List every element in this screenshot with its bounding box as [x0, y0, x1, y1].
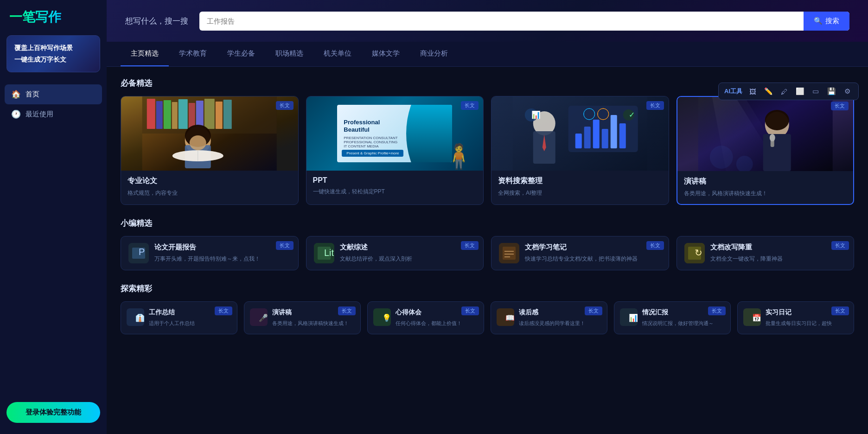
tab-student[interactable]: 学生必备 — [217, 42, 265, 66]
paper-card-title: 专业论文 — [128, 176, 292, 186]
experience-badge: 长文 — [461, 306, 479, 315]
svg-rect-23 — [602, 129, 608, 148]
card-paper[interactable]: 长文 专业论文 格式规范，内容专业 — [121, 96, 299, 205]
tab-media[interactable]: 媒体文学 — [362, 42, 410, 66]
sidebar-item-recent[interactable]: 🕐 最近使用 — [5, 104, 102, 124]
svg-text:📊: 📊 — [629, 313, 638, 322]
svg-point-44 — [769, 134, 775, 141]
svg-rect-6 — [179, 99, 188, 129]
rewrite-title: 文档改写降重 — [710, 243, 783, 252]
content-area: 必备精选 — [107, 67, 868, 434]
card-research[interactable]: 📊 ✓ 长文 资料搜索整理 全网搜索，AI整理 — [491, 96, 669, 205]
login-button[interactable]: 登录体验完整功能 — [6, 402, 100, 423]
internship-diary-badge: 长文 — [831, 306, 849, 315]
explore-section-title: 探索精彩 — [121, 283, 854, 294]
work-summary-content: 工作总结 适用于个人工作总结 — [149, 308, 195, 327]
explore-grid: 👔 工作总结 适用于个人工作总结 长文 🎤 演讲稿 — [121, 301, 854, 334]
nav-home-label: 首页 — [26, 90, 39, 99]
tab-academic[interactable]: 学术教育 — [169, 42, 217, 66]
sidebar-item-home[interactable]: 🏠 首页 — [5, 84, 102, 104]
featured-grid: 长文 专业论文 格式规范，内容专业 ProfessionalBeautiful … — [121, 96, 854, 205]
research-card-desc: 全网搜索，AI整理 — [498, 189, 662, 197]
proposal-title: 论文开题报告 — [154, 243, 260, 252]
explore-card-situation-report[interactable]: 📊 情况汇报 情况说明汇报，做好管理沟通～ 长文 — [614, 301, 731, 334]
research-image: 📊 ✓ — [491, 96, 669, 171]
ai-tool-save[interactable]: 💾 — [826, 86, 837, 97]
speech-card-body: 演讲稿 各类用途，风格演讲稿快速生成！ — [677, 171, 854, 204]
rewrite-content: 文档改写降重 文档全文一键改写，降重神器 — [710, 243, 783, 263]
situation-report-title: 情况汇报 — [642, 308, 714, 317]
ppt-slide-btn: Present & Graphic Profile+more — [342, 150, 403, 157]
search-button[interactable]: 🔍 搜索 — [804, 12, 849, 31]
rewrite-desc: 文档全文一键改写，降重神器 — [710, 255, 783, 263]
internship-diary-icon: 📅 — [743, 308, 761, 326]
situation-report-content: 情况汇报 情况说明汇报，做好管理沟通～ — [642, 308, 714, 327]
literature-icon: Lit — [314, 243, 334, 263]
internship-diary-title: 实习日记 — [766, 308, 832, 317]
ai-tool-box[interactable]: ▭ — [810, 86, 821, 97]
explore-card-work-summary[interactable]: 👔 工作总结 适用于个人工作总结 长文 — [121, 301, 237, 334]
svg-point-45 — [709, 146, 733, 169]
ppt-slide-title: ProfessionalBeautiful — [344, 119, 380, 134]
proposal-badge: 长文 — [276, 241, 294, 250]
svg-rect-9 — [204, 99, 215, 129]
explore-speech-icon: 🎤 — [250, 308, 268, 326]
ai-tool-pencil[interactable]: ✏️ — [763, 86, 774, 97]
app-logo: 一笔写作 — [9, 8, 61, 26]
svg-rect-4 — [164, 100, 171, 129]
card-literature[interactable]: Lit 文献综述 文献总结评价，观点深入剖析 长文 — [306, 236, 484, 270]
speech2-badge: 长文 — [338, 306, 356, 315]
work-summary-title: 工作总结 — [149, 308, 195, 317]
ai-tool-label: AI工具 — [724, 87, 742, 96]
search-header: 想写什么，搜一搜 🔍 搜索 — [107, 0, 868, 42]
study-notes-desc: 快速学习总结专业文档/文献，把书读薄的神器 — [525, 255, 638, 263]
tab-gov[interactable]: 机关单位 — [313, 42, 362, 66]
ai-tool-brush[interactable]: 🖊 — [779, 86, 790, 97]
editor-section-title: 小编精选 — [121, 218, 854, 229]
ai-tool-crop[interactable]: ⬜ — [794, 86, 805, 97]
tab-business[interactable]: 商业分析 — [410, 42, 458, 66]
book-review-content: 读后感 读后感没灵感的同学看这里！ — [519, 308, 585, 327]
svg-rect-5 — [172, 102, 178, 129]
ppt-slide: ProfessionalBeautiful PRESENTATION CONSU… — [337, 105, 452, 163]
tab-home[interactable]: 主页精选 — [121, 42, 169, 66]
card-study-notes[interactable]: 文档学习笔记 快速学习总结专业文档/文献，把书读薄的神器 长文 — [491, 236, 669, 270]
logo-area: 一笔写作 — [0, 0, 107, 31]
speech-card-title: 演讲稿 — [684, 177, 847, 186]
svg-rect-25 — [619, 123, 626, 148]
svg-text:P: P — [139, 247, 145, 257]
work-summary-desc: 适用于个人工作总结 — [149, 319, 195, 327]
ppt-image: ProfessionalBeautiful PRESENTATION CONSU… — [306, 96, 484, 171]
nav-tabs: 主页精选 学术教育 学生必备 职场精选 机关单位 媒体文学 商业分析 — [107, 42, 868, 67]
ppt-card-title: PPT — [313, 176, 477, 185]
speech2-title: 演讲稿 — [272, 308, 349, 317]
tab-workplace[interactable]: 职场精选 — [265, 42, 313, 66]
paper-card-desc: 格式规范，内容专业 — [128, 189, 292, 197]
literature-desc: 文献总结评价，观点深入剖析 — [340, 255, 412, 263]
explore-card-internship-diary[interactable]: 📅 实习日记 批量生成每日实习日记，超快 长文 — [737, 301, 854, 334]
explore-card-experience[interactable]: 💡 心得体会 任何心得体会，都能上价值！ 长文 — [367, 301, 484, 334]
svg-rect-2 — [147, 99, 155, 129]
ai-tool-settings[interactable]: ⚙ — [842, 86, 853, 97]
work-summary-badge: 长文 — [215, 306, 232, 315]
book-review-icon: 📖 — [497, 308, 514, 326]
rewrite-icon: ↻ — [684, 243, 705, 263]
svg-rect-20 — [575, 134, 582, 148]
card-proposal[interactable]: P 论文开题报告 万事开头难，开题报告特别难～来，点我！ 长文 — [121, 236, 299, 270]
research-card-title: 资料搜索整理 — [498, 176, 662, 186]
study-notes-icon — [499, 243, 519, 263]
card-speech[interactable]: 长文 演讲稿 各类用途，风格演讲稿快速生成！ — [677, 96, 855, 205]
explore-card-book-review[interactable]: 📖 读后感 读后感没灵感的同学看这里！ 长文 — [491, 301, 607, 334]
study-notes-content: 文档学习笔记 快速学习总结专业文档/文献，把书读薄的神器 — [525, 243, 638, 263]
search-input[interactable] — [199, 12, 804, 30]
svg-text:💡: 💡 — [382, 313, 391, 322]
proposal-icon: P — [128, 243, 149, 263]
svg-rect-24 — [611, 115, 617, 148]
card-ppt[interactable]: ProfessionalBeautiful PRESENTATION CONSU… — [306, 96, 484, 205]
speech2-desc: 各类用途，风格演讲稿快速生成！ — [272, 319, 349, 327]
explore-card-speech[interactable]: 🎤 演讲稿 各类用途，风格演讲稿快速生成！ 长文 — [244, 301, 361, 334]
speech-image — [677, 97, 854, 171]
card-rewrite[interactable]: ↻ 文档改写降重 文档全文一键改写，降重神器 长文 — [677, 236, 855, 270]
svg-text:↻: ↻ — [695, 248, 702, 258]
ai-tool-image[interactable]: 🖼 — [747, 86, 758, 97]
